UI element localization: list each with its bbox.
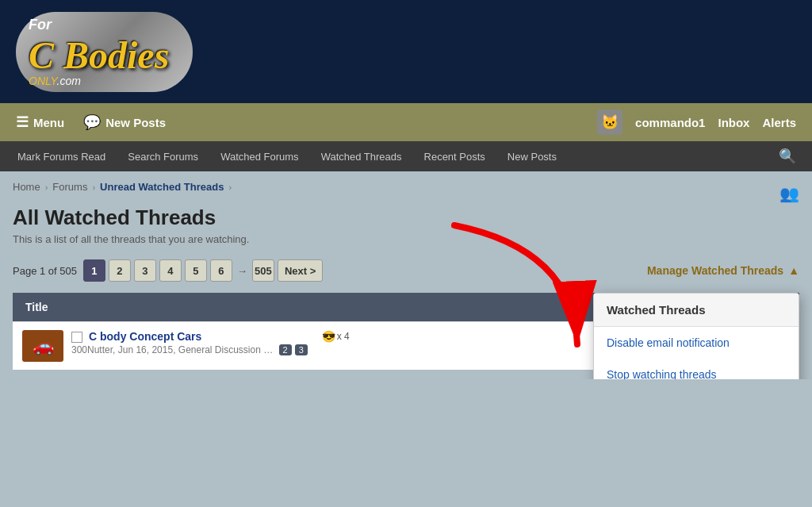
inbox-link[interactable]: Inbox	[718, 116, 749, 129]
breadcrumb-sep-2: ›	[92, 182, 95, 192]
thread-badges: 2 3	[279, 344, 308, 355]
mark-forums-read-link[interactable]: Mark Forums Read	[6, 143, 117, 171]
watched-forums-link[interactable]: Watched Forums	[209, 143, 310, 171]
new-posts-nav-button[interactable]: 💬 New Posts	[83, 113, 166, 131]
search-forums-link[interactable]: Search Forums	[117, 143, 209, 171]
page-title: All Watched Threads	[13, 205, 799, 230]
chevron-up-icon: ▲	[788, 264, 799, 277]
logo-main-text: C Bodies	[29, 36, 169, 75]
stop-watching-threads-item[interactable]: Stop watching threads	[594, 359, 799, 379]
manage-watched-threads-button[interactable]: Manage Watched Threads ▲	[647, 264, 799, 277]
thread-title-link[interactable]: C body Concept Cars	[89, 330, 201, 343]
page-btn-4[interactable]: 4	[159, 259, 182, 282]
page-btn-3[interactable]: 3	[134, 259, 156, 282]
breadcrumb-sep-3: ›	[228, 182, 232, 192]
emoji-section: 😎 x 4	[322, 330, 350, 343]
nav-right: 🐱 commando1 Inbox Alerts	[597, 109, 796, 135]
alerts-link[interactable]: Alerts	[762, 116, 796, 129]
manage-label: Manage Watched Threads	[647, 264, 783, 277]
search-icon[interactable]: 🔍	[769, 141, 806, 171]
site-header: For C Bodies ONLY.com	[0, 0, 812, 103]
menu-button[interactable]: ☰ Menu	[16, 113, 64, 131]
page-next-button[interactable]: Next >	[278, 259, 323, 282]
content-area: Home › Forums › Unread Watched Threads ›…	[0, 171, 812, 379]
logo-wrap: For C Bodies ONLY.com	[16, 12, 193, 92]
breadcrumb-sep-1: ›	[45, 182, 48, 192]
logo-inner-text: For C Bodies ONLY.com	[29, 17, 169, 87]
breadcrumb: Home › Forums › Unread Watched Threads ›	[13, 181, 232, 193]
breadcrumb-home[interactable]: Home	[13, 181, 40, 193]
page-btn-1[interactable]: 1	[83, 259, 105, 282]
logo-area: For C Bodies ONLY.com	[16, 12, 193, 92]
disable-email-notification-item[interactable]: Disable email notification	[594, 327, 799, 359]
page-btn-6[interactable]: 6	[210, 259, 232, 282]
breadcrumb-forums[interactable]: Forums	[52, 181, 87, 193]
avatar[interactable]: 🐱	[597, 109, 622, 135]
thread-checkbox[interactable]	[71, 332, 82, 343]
message-bubble-icon: 💬	[83, 113, 101, 131]
page-btn-5[interactable]: 5	[185, 259, 207, 282]
thread-info: C body Concept Cars 300Nutter, Jun 16, 2…	[71, 330, 308, 355]
dropdown-header: Watched Threads	[594, 294, 799, 327]
table-wrapper: Title Replies 🚗 C body Concept Cars 300N…	[13, 293, 799, 370]
thread-forum: General Discussion	[178, 344, 261, 355]
nav-bar: ☰ Menu 💬 New Posts 🐱 commando1 Inbox Ale…	[0, 103, 812, 141]
emoji-count: x 4	[337, 331, 350, 342]
thread-thumbnail: 🚗	[22, 330, 63, 362]
watched-threads-dropdown: Watched Threads Disable email notificati…	[593, 293, 799, 379]
username-link[interactable]: commando1	[635, 116, 705, 129]
breadcrumb-row: Home › Forums › Unread Watched Threads ›…	[13, 181, 799, 205]
badge-2[interactable]: 2	[279, 344, 292, 355]
menu-label: Menu	[33, 116, 64, 129]
breadcrumb-current: Unread Watched Threads	[100, 181, 224, 193]
new-posts-nav-label: New Posts	[105, 116, 166, 129]
watched-threads-link[interactable]: Watched Threads	[310, 143, 413, 171]
users-icon[interactable]: 👥	[779, 184, 799, 203]
thread-author: 300Nutter	[71, 344, 113, 355]
thread-meta: 300Nutter, Jun 16, 2015, General Discuss…	[71, 344, 308, 355]
col-title: Title	[25, 301, 691, 313]
new-posts-link[interactable]: New Posts	[496, 143, 568, 171]
pagination: Page 1 of 505 1 2 3 4 5 6 → 505 Next >	[13, 259, 323, 282]
hamburger-icon: ☰	[16, 113, 29, 131]
emoji-icon: 😎	[322, 330, 335, 343]
page-btn-2[interactable]: 2	[109, 259, 131, 282]
logo-for-text: For	[29, 17, 52, 33]
thread-date: Jun 16, 2015	[118, 344, 173, 355]
page-info: Page 1 of 505	[13, 265, 77, 277]
badge-3[interactable]: 3	[295, 344, 308, 355]
sub-nav: Mark Forums Read Search Forums Watched F…	[0, 141, 812, 171]
recent-posts-link[interactable]: Recent Posts	[413, 143, 496, 171]
page-btn-last[interactable]: 505	[252, 259, 274, 282]
nav-left: ☰ Menu 💬 New Posts	[16, 113, 166, 131]
page-subtitle: This is a list of all the threads that y…	[13, 233, 799, 245]
pagination-row: Page 1 of 505 1 2 3 4 5 6 → 505 Next > M…	[13, 259, 799, 282]
logo-only-text: ONLY.com	[29, 75, 81, 87]
page-ellipsis: →	[237, 265, 247, 277]
